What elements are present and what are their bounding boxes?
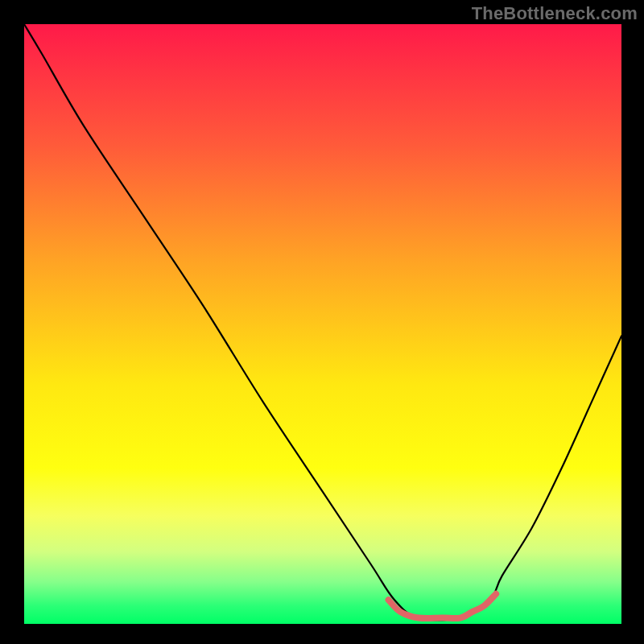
chart-container: { "watermark": "TheBottleneck.com", "cha… [0,0,644,644]
plot-background [24,24,621,624]
bottleneck-chart [0,0,644,644]
watermark-text: TheBottleneck.com [472,3,638,24]
